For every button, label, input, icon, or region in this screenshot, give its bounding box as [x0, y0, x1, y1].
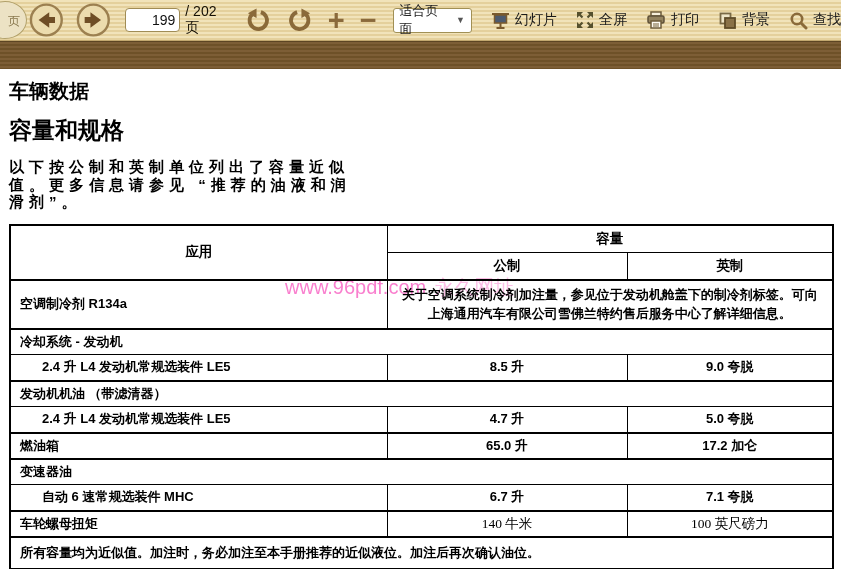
print-label: 打印	[671, 11, 699, 29]
table-row: 燃油箱65.0 升17.2 加仑	[10, 433, 833, 459]
table-row: 变速器油	[10, 459, 833, 485]
metric-value: 140 牛米	[387, 511, 627, 537]
next-page-button[interactable]	[76, 2, 111, 38]
page-number-input[interactable]	[125, 8, 180, 32]
previous-page-button[interactable]	[29, 2, 64, 38]
print-button[interactable]: 打印	[646, 11, 699, 30]
row-label: 2.4 升 L4 发动机常规选装件 LE5	[10, 407, 387, 433]
table-row: 空调制冷剂 R134a关于空调系统制冷剂加注量，参见位于发动机舱盖下的制冷剂标签…	[10, 280, 833, 329]
imperial-value: 100 英尺磅力	[627, 511, 833, 537]
find-button[interactable]: 查找	[789, 11, 841, 30]
row-label: 车轮螺母扭矩	[10, 511, 387, 537]
section-label: 冷却系统 - 发动机	[10, 329, 833, 355]
header-application: 应用	[10, 225, 387, 280]
slideshow-button[interactable]: 幻灯片	[491, 11, 557, 30]
search-icon	[789, 11, 808, 30]
fullscreen-button[interactable]: 全屏	[576, 11, 627, 29]
fullscreen-label: 全屏	[599, 11, 627, 29]
section-label: 变速器油	[10, 459, 833, 485]
zoom-mode-select[interactable]: 适合页面 ▼	[393, 8, 472, 33]
table-row: 车轮螺母扭矩140 牛米100 英尺磅力	[10, 511, 833, 537]
toolbar-shadow-band	[0, 41, 841, 69]
row-note: 关于空调系统制冷剂加注量，参见位于发动机舱盖下的制冷剂标签。可向上海通用汽车有限…	[387, 280, 833, 329]
table-row: 2.4 升 L4 发动机常规选装件 LE58.5 升9.0 夸脱	[10, 355, 833, 381]
imperial-value: 7.1 夸脱	[627, 485, 833, 511]
pdf-page-content: 车辆数据 容量和规格 以下按公制和英制单位列出了容量近似 值。更多信息请参见 “…	[0, 69, 841, 569]
print-icon	[646, 11, 666, 30]
metric-value: 8.5 升	[387, 355, 627, 381]
background-label: 背景	[742, 11, 770, 29]
rotate-counterclockwise-button[interactable]	[245, 7, 271, 34]
imperial-value: 17.2 加仑	[627, 433, 833, 459]
header-capacity: 容量	[387, 225, 833, 253]
table-row: 发动机机油 （带滤清器）	[10, 381, 833, 407]
metric-value: 65.0 升	[387, 433, 627, 459]
imperial-value: 9.0 夸脱	[627, 355, 833, 381]
header-metric: 公制	[387, 253, 627, 280]
row-label: 空调制冷剂 R134a	[10, 280, 387, 329]
table-footnote: 所有容量均为近似值。加注时，务必加注至本手册推荐的近似液位。加注后再次确认油位。	[10, 537, 833, 569]
row-label: 燃油箱	[10, 433, 387, 459]
row-label: 2.4 升 L4 发动机常规选装件 LE5	[10, 355, 387, 381]
slideshow-icon	[491, 11, 510, 30]
zoom-mode-value: 适合页面	[400, 2, 449, 38]
find-label: 查找	[813, 11, 841, 29]
metric-value: 4.7 升	[387, 407, 627, 433]
table-header-row: 应用 容量	[10, 225, 833, 253]
background-button[interactable]: 背景	[718, 11, 770, 30]
table-row: 冷却系统 - 发动机	[10, 329, 833, 355]
slideshow-label: 幻灯片	[515, 11, 557, 29]
section-title: 容量和规格	[9, 115, 833, 146]
table-row: 所有容量均为近似值。加注时，务必加注至本手册推荐的近似液位。加注后再次确认油位。	[10, 537, 833, 569]
intro-paragraph: 以下按公制和英制单位列出了容量近似 值。更多信息请参见 “推荐的油液和润 滑剂”…	[9, 158, 833, 211]
pdf-toolbar: 页 / 202页 + − 适合页面 ▼ 幻灯片	[0, 0, 841, 41]
layers-icon	[718, 11, 737, 30]
imperial-value: 5.0 夸脱	[627, 407, 833, 433]
metric-value: 6.7 升	[387, 485, 627, 511]
table-row: 自动 6 速常规选装件 MHC6.7 升7.1 夸脱	[10, 485, 833, 511]
sidebar-page-tab[interactable]: 页	[0, 1, 27, 39]
rotate-clockwise-button[interactable]	[287, 7, 313, 34]
header-imperial: 英制	[627, 253, 833, 280]
page-title: 车辆数据	[9, 78, 833, 105]
zoom-in-button[interactable]: +	[328, 7, 345, 34]
chevron-down-icon: ▼	[456, 15, 465, 25]
table-row: 2.4 升 L4 发动机常规选装件 LE54.7 升5.0 夸脱	[10, 407, 833, 433]
page-total-label: / 202页	[185, 3, 228, 37]
capacity-table: 应用 容量 公制 英制 空调制冷剂 R134a关于空调系统制冷剂加注量，参见位于…	[9, 224, 834, 569]
zoom-out-button[interactable]: −	[360, 7, 377, 34]
row-label: 自动 6 速常规选装件 MHC	[10, 485, 387, 511]
fullscreen-icon	[576, 11, 594, 29]
sidebar-page-tab-label: 页	[8, 14, 20, 28]
section-label: 发动机机油 （带滤清器）	[10, 381, 833, 407]
